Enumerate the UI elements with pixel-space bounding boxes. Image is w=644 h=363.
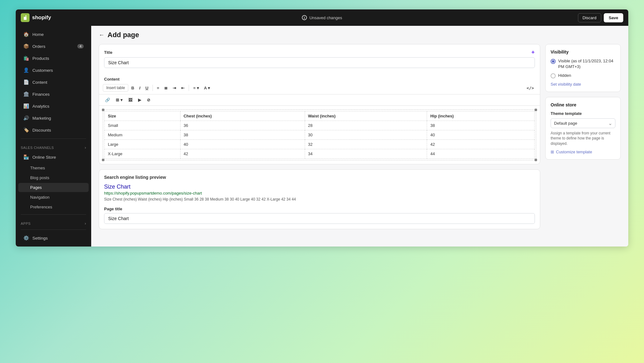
size-table: Size Chest (inches) Waist (inches) Hip (… [104,111,535,159]
sidebar-item-discounts[interactable]: 🏷️ Discounts [18,124,89,136]
numbered-list-button[interactable]: ≣ [162,84,170,92]
insert-table-button[interactable]: Insert table [103,84,128,92]
analytics-icon: 📊 [23,103,29,109]
table-cell: 44 [427,149,535,159]
link-button[interactable]: 🔗 [103,96,112,104]
editor-body[interactable]: Size Chest (inches) Waist (inches) Hip (… [99,106,540,164]
sales-channels-label: Sales channels › [16,141,91,151]
bullet-list-button[interactable]: ≡ [155,84,162,92]
page-title-label: Page title [104,207,535,211]
table-cell: 42 [427,140,535,149]
sidebar-item-finances[interactable]: 🏛️ Finances [18,88,89,100]
hidden-label: Hidden [558,73,571,78]
sidebar-item-online-store[interactable]: 🏪 Online Store [18,151,89,163]
sidebar-item-home[interactable]: 🏠 Home [18,29,89,40]
toolbar-sep-2 [189,85,189,91]
products-icon: 🛍️ [23,55,29,61]
table-cell: 30 [305,130,427,140]
back-button[interactable]: ← [99,32,104,38]
table-button[interactable]: ⊞ ▾ [114,96,125,104]
save-button[interactable]: Save [604,13,623,22]
seo-page-title-link[interactable]: Size Chart [104,184,535,190]
apps-chevron[interactable]: › [85,221,86,226]
online-store-card: Online store Theme template Default page… [545,97,621,160]
table-cell: 38 [180,130,305,140]
sidebar-sub-item-preferences[interactable]: Preferences [18,202,89,212]
table-cell: 36 [180,121,305,130]
source-code-button[interactable]: </> [525,84,536,92]
table-row: X-Large423444 [105,149,535,159]
outdent-button[interactable]: ⇤ [179,84,187,92]
visibility-card: Visibility Visible (as of 11/1/2023, 12:… [545,44,621,92]
table-row: Small362838 [105,121,535,130]
sidebar-item-orders[interactable]: 📦 Orders 4 [18,41,89,52]
orders-icon: 📦 [23,43,29,49]
table-cell: Medium [105,130,180,140]
table-row: Medium383040 [105,130,535,140]
discard-button[interactable]: Discard [578,13,601,22]
shopify-window: shopify ℹ Unsaved changes Discard Save 🏠… [16,9,628,247]
sales-channels-chevron[interactable]: › [85,145,86,150]
hidden-option[interactable]: Hidden [551,73,615,78]
sidebar-bottom: ⚙️ Settings [16,227,91,244]
table-cell: 40 [180,140,305,149]
table-row: Large403242 [105,140,535,149]
indent-button[interactable]: ⇥ [170,84,178,92]
align-button[interactable]: ≡ ▾ [191,84,201,92]
size-table-wrapper: Size Chest (inches) Waist (inches) Hip (… [103,110,536,160]
video-button[interactable]: ▶ [136,96,143,104]
corner-tr [535,109,537,111]
top-bar-actions: Discard Save [578,13,623,22]
customize-template-link[interactable]: ⊞ Customize template [551,150,615,154]
logo-text: shopify [32,14,51,21]
sidebar-sub-item-navigation[interactable]: Navigation [18,193,89,202]
sidebar-sub-item-pages[interactable]: Pages [18,183,89,192]
content-label: Content [99,73,540,82]
seo-description: Size Chest (inches) Waist (inches) Hip (… [104,197,535,202]
italic-button[interactable]: I [137,84,143,92]
set-date-link[interactable]: Set visibility date [551,82,615,87]
sidebar-item-marketing[interactable]: 🔊 Marketing [18,112,89,124]
sidebar-item-customers[interactable]: 👤 Customers [18,65,89,76]
theme-template-select[interactable]: Default page Contact FAQ [551,118,615,128]
top-bar: shopify ℹ Unsaved changes Discard Save [16,9,628,26]
col-header-waist: Waist (inches) [305,111,427,121]
sidebar-sub-item-themes[interactable]: Themes [18,163,89,173]
visible-radio[interactable] [551,59,556,64]
unsaved-icon: ℹ [302,15,307,20]
seo-page-title-input[interactable] [104,213,535,224]
finances-icon: 🏛️ [23,91,29,97]
title-input[interactable] [104,57,535,68]
table-cell: Small [105,121,180,130]
table-cell: X-Large [105,149,180,159]
page-header: ← Add page [91,26,628,42]
image-button[interactable]: 🖼 [126,96,135,104]
bold-button[interactable]: B [129,84,136,92]
toolbar-sep-1 [153,85,153,91]
content-icon: 📄 [23,79,29,85]
visible-option[interactable]: Visible (as of 11/1/2023, 12:04 PM GMT+3… [551,58,615,70]
sidebar-item-settings[interactable]: ⚙️ Settings [18,232,89,244]
sidebar-item-label: Products [32,56,49,61]
right-panel: Visibility Visible (as of 11/1/2023, 12:… [545,44,621,239]
online-store-title: Online store [551,102,615,107]
page-title: Add page [108,31,139,39]
sidebar-item-label: Online Store [32,155,56,160]
hidden-radio[interactable] [551,73,556,78]
table-cell: 38 [427,121,535,130]
sidebar-item-label: Home [32,32,44,37]
orders-badge: 4 [77,44,84,48]
customers-icon: 👤 [23,67,29,73]
clear-button[interactable]: ⊘ [145,96,153,104]
text-color-button[interactable]: A ▾ [202,84,213,92]
sidebar-item-content[interactable]: 📄 Content [18,77,89,88]
discounts-icon: 🏷️ [23,127,29,133]
underline-button[interactable]: U [143,84,150,92]
col-header-size: Size [105,111,180,121]
customize-label: Customize template [556,150,592,154]
sidebar-item-analytics[interactable]: 📊 Analytics [18,100,89,112]
blog-posts-label: Blog posts [30,175,49,180]
sidebar-sub-item-blog-posts[interactable]: Blog posts [18,173,89,182]
magic-icon: ✦ [531,49,535,55]
sidebar-item-products[interactable]: 🛍️ Products [18,53,89,64]
